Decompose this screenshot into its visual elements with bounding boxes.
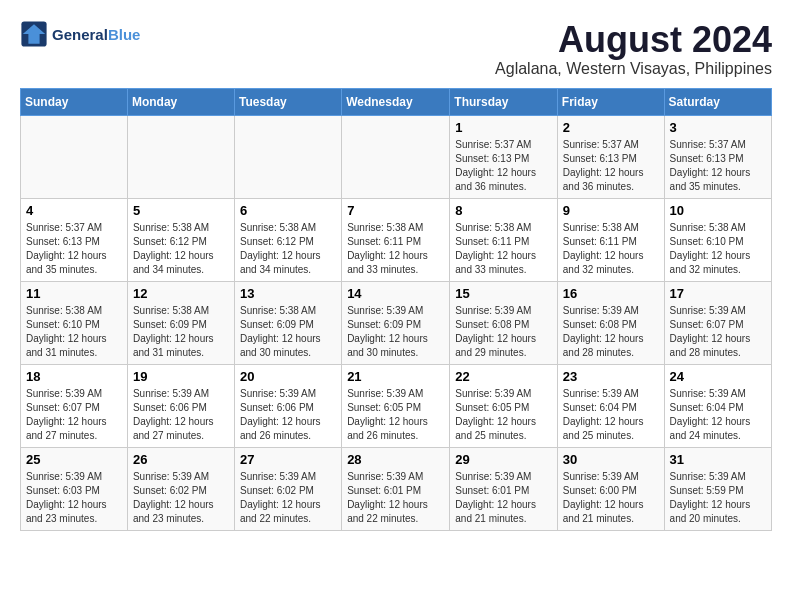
- day-number: 29: [455, 452, 552, 467]
- logo: GeneralBlue: [20, 20, 140, 48]
- day-number: 3: [670, 120, 766, 135]
- calendar-day-cell: 31Sunrise: 5:39 AM Sunset: 5:59 PM Dayli…: [664, 447, 771, 530]
- day-number: 28: [347, 452, 444, 467]
- day-number: 11: [26, 286, 122, 301]
- calendar-day-cell: 27Sunrise: 5:39 AM Sunset: 6:02 PM Dayli…: [234, 447, 341, 530]
- calendar-day-cell: 10Sunrise: 5:38 AM Sunset: 6:10 PM Dayli…: [664, 198, 771, 281]
- day-number: 6: [240, 203, 336, 218]
- day-info: Sunrise: 5:39 AM Sunset: 5:59 PM Dayligh…: [670, 470, 766, 526]
- calendar-week-row: 25Sunrise: 5:39 AM Sunset: 6:03 PM Dayli…: [21, 447, 772, 530]
- calendar-day-cell: 2Sunrise: 5:37 AM Sunset: 6:13 PM Daylig…: [557, 115, 664, 198]
- day-number: 22: [455, 369, 552, 384]
- calendar-day-cell: 12Sunrise: 5:38 AM Sunset: 6:09 PM Dayli…: [127, 281, 234, 364]
- calendar-day-cell: 25Sunrise: 5:39 AM Sunset: 6:03 PM Dayli…: [21, 447, 128, 530]
- calendar-day-cell: 28Sunrise: 5:39 AM Sunset: 6:01 PM Dayli…: [342, 447, 450, 530]
- location-title: Aglalana, Western Visayas, Philippines: [495, 60, 772, 78]
- calendar-day-cell: 24Sunrise: 5:39 AM Sunset: 6:04 PM Dayli…: [664, 364, 771, 447]
- day-info: Sunrise: 5:39 AM Sunset: 6:08 PM Dayligh…: [455, 304, 552, 360]
- weekday-header-wednesday: Wednesday: [342, 88, 450, 115]
- day-info: Sunrise: 5:39 AM Sunset: 6:01 PM Dayligh…: [455, 470, 552, 526]
- day-info: Sunrise: 5:39 AM Sunset: 6:05 PM Dayligh…: [347, 387, 444, 443]
- calendar-day-cell: 14Sunrise: 5:39 AM Sunset: 6:09 PM Dayli…: [342, 281, 450, 364]
- weekday-header-row: SundayMondayTuesdayWednesdayThursdayFrid…: [21, 88, 772, 115]
- day-info: Sunrise: 5:39 AM Sunset: 6:07 PM Dayligh…: [670, 304, 766, 360]
- day-number: 7: [347, 203, 444, 218]
- day-info: Sunrise: 5:37 AM Sunset: 6:13 PM Dayligh…: [455, 138, 552, 194]
- logo-text: GeneralBlue: [52, 26, 140, 43]
- day-number: 13: [240, 286, 336, 301]
- day-info: Sunrise: 5:39 AM Sunset: 6:02 PM Dayligh…: [240, 470, 336, 526]
- calendar-day-cell: 11Sunrise: 5:38 AM Sunset: 6:10 PM Dayli…: [21, 281, 128, 364]
- calendar-week-row: 1Sunrise: 5:37 AM Sunset: 6:13 PM Daylig…: [21, 115, 772, 198]
- day-number: 25: [26, 452, 122, 467]
- day-number: 30: [563, 452, 659, 467]
- calendar-week-row: 18Sunrise: 5:39 AM Sunset: 6:07 PM Dayli…: [21, 364, 772, 447]
- day-info: Sunrise: 5:39 AM Sunset: 6:02 PM Dayligh…: [133, 470, 229, 526]
- day-number: 9: [563, 203, 659, 218]
- calendar-day-cell: 9Sunrise: 5:38 AM Sunset: 6:11 PM Daylig…: [557, 198, 664, 281]
- day-number: 21: [347, 369, 444, 384]
- day-info: Sunrise: 5:38 AM Sunset: 6:12 PM Dayligh…: [240, 221, 336, 277]
- day-info: Sunrise: 5:39 AM Sunset: 6:09 PM Dayligh…: [347, 304, 444, 360]
- calendar-day-cell: 21Sunrise: 5:39 AM Sunset: 6:05 PM Dayli…: [342, 364, 450, 447]
- weekday-header-saturday: Saturday: [664, 88, 771, 115]
- calendar-day-cell: 20Sunrise: 5:39 AM Sunset: 6:06 PM Dayli…: [234, 364, 341, 447]
- calendar-day-cell: 22Sunrise: 5:39 AM Sunset: 6:05 PM Dayli…: [450, 364, 558, 447]
- day-info: Sunrise: 5:39 AM Sunset: 6:08 PM Dayligh…: [563, 304, 659, 360]
- calendar-day-cell: 4Sunrise: 5:37 AM Sunset: 6:13 PM Daylig…: [21, 198, 128, 281]
- day-number: 14: [347, 286, 444, 301]
- calendar-day-cell: 23Sunrise: 5:39 AM Sunset: 6:04 PM Dayli…: [557, 364, 664, 447]
- day-number: 1: [455, 120, 552, 135]
- day-info: Sunrise: 5:39 AM Sunset: 6:04 PM Dayligh…: [563, 387, 659, 443]
- day-info: Sunrise: 5:39 AM Sunset: 6:05 PM Dayligh…: [455, 387, 552, 443]
- calendar-day-cell: 1Sunrise: 5:37 AM Sunset: 6:13 PM Daylig…: [450, 115, 558, 198]
- calendar-day-cell: 5Sunrise: 5:38 AM Sunset: 6:12 PM Daylig…: [127, 198, 234, 281]
- day-info: Sunrise: 5:38 AM Sunset: 6:10 PM Dayligh…: [26, 304, 122, 360]
- day-info: Sunrise: 5:39 AM Sunset: 6:06 PM Dayligh…: [133, 387, 229, 443]
- day-info: Sunrise: 5:39 AM Sunset: 6:07 PM Dayligh…: [26, 387, 122, 443]
- day-info: Sunrise: 5:39 AM Sunset: 6:00 PM Dayligh…: [563, 470, 659, 526]
- weekday-header-monday: Monday: [127, 88, 234, 115]
- day-number: 26: [133, 452, 229, 467]
- day-info: Sunrise: 5:38 AM Sunset: 6:11 PM Dayligh…: [455, 221, 552, 277]
- day-info: Sunrise: 5:38 AM Sunset: 6:12 PM Dayligh…: [133, 221, 229, 277]
- weekday-header-sunday: Sunday: [21, 88, 128, 115]
- day-number: 4: [26, 203, 122, 218]
- calendar-day-cell: 30Sunrise: 5:39 AM Sunset: 6:00 PM Dayli…: [557, 447, 664, 530]
- calendar-day-cell: 8Sunrise: 5:38 AM Sunset: 6:11 PM Daylig…: [450, 198, 558, 281]
- weekday-header-thursday: Thursday: [450, 88, 558, 115]
- day-number: 31: [670, 452, 766, 467]
- calendar-week-row: 4Sunrise: 5:37 AM Sunset: 6:13 PM Daylig…: [21, 198, 772, 281]
- day-number: 16: [563, 286, 659, 301]
- day-number: 8: [455, 203, 552, 218]
- day-info: Sunrise: 5:37 AM Sunset: 6:13 PM Dayligh…: [670, 138, 766, 194]
- calendar-day-cell: 13Sunrise: 5:38 AM Sunset: 6:09 PM Dayli…: [234, 281, 341, 364]
- day-number: 10: [670, 203, 766, 218]
- calendar-week-row: 11Sunrise: 5:38 AM Sunset: 6:10 PM Dayli…: [21, 281, 772, 364]
- empty-cell: [234, 115, 341, 198]
- empty-cell: [342, 115, 450, 198]
- day-number: 18: [26, 369, 122, 384]
- calendar-day-cell: 17Sunrise: 5:39 AM Sunset: 6:07 PM Dayli…: [664, 281, 771, 364]
- day-number: 17: [670, 286, 766, 301]
- day-info: Sunrise: 5:39 AM Sunset: 6:06 PM Dayligh…: [240, 387, 336, 443]
- day-number: 27: [240, 452, 336, 467]
- day-info: Sunrise: 5:38 AM Sunset: 6:09 PM Dayligh…: [133, 304, 229, 360]
- month-title: August 2024: [495, 20, 772, 60]
- day-number: 2: [563, 120, 659, 135]
- weekday-header-friday: Friday: [557, 88, 664, 115]
- calendar-table: SundayMondayTuesdayWednesdayThursdayFrid…: [20, 88, 772, 531]
- day-number: 24: [670, 369, 766, 384]
- calendar-day-cell: 15Sunrise: 5:39 AM Sunset: 6:08 PM Dayli…: [450, 281, 558, 364]
- calendar-day-cell: 26Sunrise: 5:39 AM Sunset: 6:02 PM Dayli…: [127, 447, 234, 530]
- day-number: 19: [133, 369, 229, 384]
- calendar-day-cell: 19Sunrise: 5:39 AM Sunset: 6:06 PM Dayli…: [127, 364, 234, 447]
- day-info: Sunrise: 5:37 AM Sunset: 6:13 PM Dayligh…: [563, 138, 659, 194]
- weekday-header-tuesday: Tuesday: [234, 88, 341, 115]
- calendar-day-cell: 16Sunrise: 5:39 AM Sunset: 6:08 PM Dayli…: [557, 281, 664, 364]
- header: GeneralBlue August 2024 Aglalana, Wester…: [20, 20, 772, 78]
- empty-cell: [21, 115, 128, 198]
- day-number: 20: [240, 369, 336, 384]
- logo-icon: [20, 20, 48, 48]
- calendar-day-cell: 3Sunrise: 5:37 AM Sunset: 6:13 PM Daylig…: [664, 115, 771, 198]
